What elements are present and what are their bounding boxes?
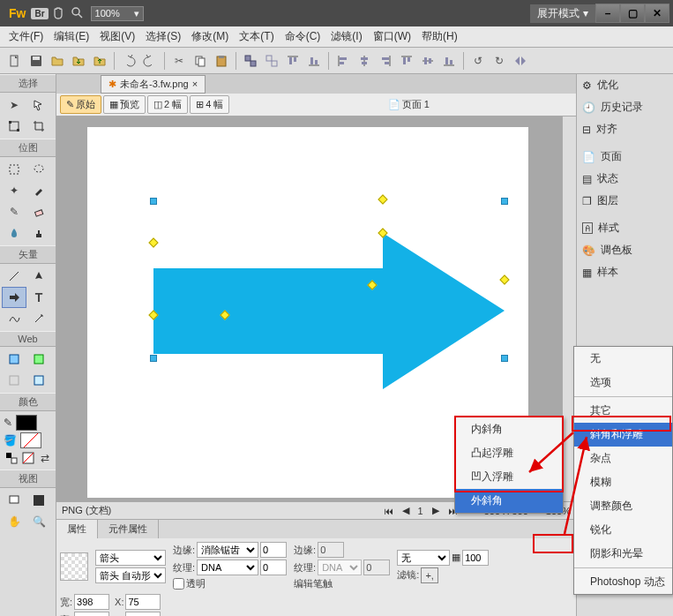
panel-swatches[interactable]: 🎨调色板 [577, 239, 673, 261]
tab-properties[interactable]: 属性 [56, 520, 98, 538]
knife-tool[interactable] [26, 308, 51, 329]
text-tool[interactable]: T [26, 287, 51, 308]
wand-tool[interactable]: ✦ [2, 180, 26, 201]
menu-help[interactable]: 帮助(H) [416, 27, 463, 46]
ungroup-icon[interactable] [262, 51, 281, 71]
align-top2-icon[interactable] [397, 51, 416, 71]
menu-window[interactable]: 窗口(W) [368, 27, 416, 46]
show-slices-tool[interactable] [26, 370, 51, 391]
zoom-icon[interactable] [68, 4, 87, 23]
arrow-shape[interactable] [153, 233, 505, 389]
hide-slices-tool[interactable] [2, 370, 26, 391]
undo-icon[interactable] [119, 51, 138, 71]
standard-screen[interactable] [2, 490, 26, 511]
rotate-cw-icon[interactable]: ↻ [490, 51, 509, 71]
align-top-icon[interactable] [283, 51, 303, 71]
align-center-h-icon[interactable] [418, 51, 437, 71]
frame-first-icon[interactable]: ⏮ [384, 506, 393, 516]
frame-prev-icon[interactable]: ◀ [402, 505, 409, 516]
panel-pages[interactable]: 📄页面 [577, 146, 673, 168]
view-2up[interactable]: ◫2 幅 [147, 95, 188, 114]
hand-icon[interactable] [49, 4, 68, 23]
filter-noise[interactable]: 杂点 [574, 447, 672, 470]
pencil-tool[interactable]: ✎ [2, 201, 26, 222]
fill-color[interactable] [20, 432, 41, 448]
selection-handle[interactable] [501, 198, 508, 205]
bevel-emboss-raised[interactable]: 凸起浮雕 [455, 441, 563, 465]
new-icon[interactable] [5, 51, 25, 71]
expand-mode-selector[interactable]: 展开模式▾ [530, 4, 595, 23]
menu-filters[interactable]: 滤镜(I) [325, 27, 367, 46]
group-icon[interactable] [241, 51, 260, 71]
y-input[interactable] [125, 612, 161, 616]
panel-optimize[interactable]: ⚙优化 [577, 74, 673, 96]
page-indicator[interactable]: 页面 1 [402, 98, 430, 111]
selection-handle[interactable] [150, 198, 157, 205]
eraser-tool[interactable] [26, 201, 51, 222]
brush-tool[interactable] [26, 180, 51, 201]
filter-blur[interactable]: 模糊 [574, 470, 672, 494]
filter-bevel-emboss[interactable]: 斜角和浮雕 [574, 423, 672, 447]
no-color[interactable] [20, 450, 35, 466]
tab-close-icon[interactable]: × [192, 79, 198, 89]
view-4up[interactable]: ⊞4 幅 [190, 95, 229, 114]
bevel-outer[interactable]: 外斜角 [455, 489, 563, 513]
stroke-color[interactable] [16, 415, 37, 431]
document-tab[interactable]: ✱ 未命名-3.fw.png × [101, 75, 206, 94]
save-icon[interactable] [26, 51, 46, 71]
view-preview[interactable]: ▦预览 [103, 95, 146, 114]
height-input[interactable] [74, 612, 109, 616]
close-button[interactable]: ✕ [645, 4, 669, 23]
filter-photoshop[interactable]: Photoshop 动态 [574, 570, 672, 594]
bevel-inner[interactable]: 内斜角 [455, 417, 563, 441]
shape-type-select[interactable]: 箭头 自动形 [95, 567, 166, 583]
filter-other[interactable]: 其它 [574, 399, 672, 423]
paste-icon[interactable] [212, 51, 231, 71]
panel-align[interactable]: ⊟对齐 [577, 118, 673, 140]
export-icon[interactable] [90, 51, 109, 71]
texture-value[interactable] [260, 560, 287, 575]
menu-file[interactable]: 文件(F) [4, 27, 49, 46]
width-input[interactable] [74, 594, 109, 610]
panel-samples[interactable]: ▦样本 [577, 261, 673, 283]
zoom-selector[interactable]: 100%▾ [91, 6, 144, 21]
align-bottom-icon[interactable] [304, 51, 324, 71]
panel-layers[interactable]: ❐图层 [577, 190, 673, 212]
stamp-tool[interactable] [26, 222, 51, 244]
bridge-badge[interactable]: Br [31, 8, 48, 19]
tab-component[interactable]: 元件属性 [98, 520, 159, 538]
filter-adjust-color[interactable]: 调整颜色 [574, 494, 672, 518]
freeform-tool[interactable] [2, 308, 26, 329]
default-colors[interactable] [4, 450, 19, 466]
pen-tool[interactable] [26, 266, 51, 287]
scale-tool[interactable] [2, 116, 26, 137]
align-bottom2-icon[interactable] [439, 51, 459, 71]
redo-icon[interactable] [140, 51, 160, 71]
texture-select[interactable]: DNA [197, 560, 258, 575]
filter-shadow-glow[interactable]: 阴影和光晕 [574, 542, 672, 566]
menu-view[interactable]: 视图(V) [94, 27, 140, 46]
edit-handle[interactable] [378, 194, 387, 204]
bevel-inset[interactable]: 凹入浮雕 [455, 465, 563, 489]
opacity-input[interactable] [462, 550, 489, 566]
frame-next-icon[interactable]: ▶ [432, 505, 439, 516]
line-tool[interactable] [2, 266, 26, 287]
minimize-button[interactable]: – [595, 4, 620, 23]
menu-select[interactable]: 选择(S) [140, 27, 186, 46]
menu-commands[interactable]: 命令(C) [280, 27, 326, 46]
copy-icon[interactable] [191, 51, 210, 71]
selection-handle[interactable] [501, 355, 508, 362]
flip-h-icon[interactable] [511, 51, 530, 71]
restore-button[interactable]: ▢ [620, 4, 645, 23]
open-icon[interactable] [48, 51, 67, 71]
cut-icon[interactable]: ✂ [169, 51, 189, 71]
view-original[interactable]: ✎原始 [60, 95, 101, 114]
style-select[interactable]: 无 [397, 550, 450, 566]
panel-styles[interactable]: 🄰样式 [577, 217, 673, 239]
menu-modify[interactable]: 修改(M) [186, 27, 234, 46]
crop-tool[interactable] [26, 116, 51, 137]
filter-options[interactable]: 选项 [574, 371, 672, 394]
subselect-tool[interactable] [26, 94, 51, 116]
swap-colors[interactable]: ⇄ [37, 450, 52, 466]
marquee-tool[interactable] [2, 159, 26, 180]
